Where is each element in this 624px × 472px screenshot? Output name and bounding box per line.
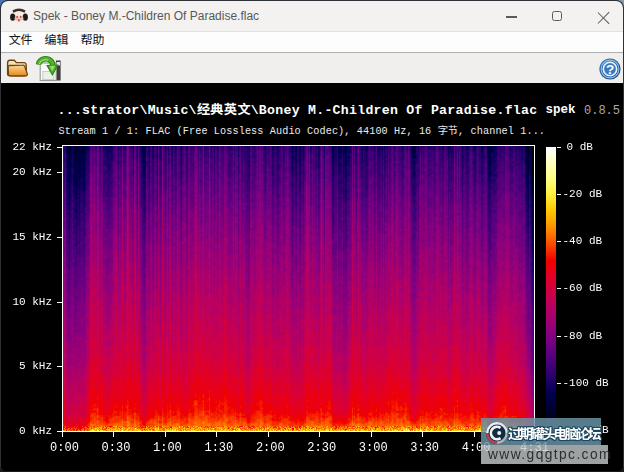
svg-text:?: ? — [606, 62, 614, 77]
